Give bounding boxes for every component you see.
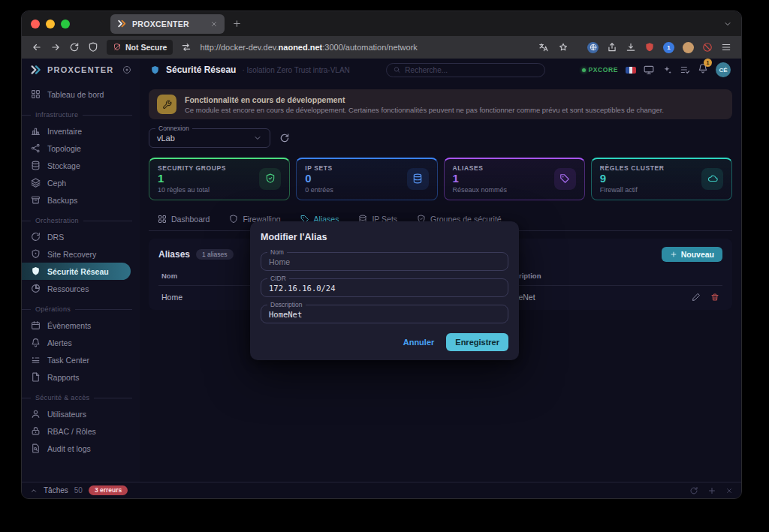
save-button[interactable]: Enregistrer [446,333,508,351]
sidebar-item-rapports[interactable]: Rapports [22,368,140,386]
delete-alias-icon[interactable] [710,293,719,302]
url-prefix: http://docker-dev.dev. [200,43,278,52]
dev-warning-banner: Fonctionnalité en cours de développement… [149,89,732,119]
sidebar-nav: Tableau de bord Infrastructure Inventair… [22,81,140,482]
tab-list-chevron-icon[interactable] [723,20,732,29]
extension-adblock-shield-icon[interactable] [644,42,655,53]
tab-title: PROXCENTER [132,20,205,29]
tracking-protection-icon[interactable] [88,42,98,53]
shield-icon [229,215,238,224]
tab-close-icon[interactable] [210,20,218,28]
tasks-expand-icon[interactable] [30,487,38,494]
sidebar-item-tableau-de-bord[interactable]: Tableau de bord [22,86,140,103]
connection-value: vLab [157,134,175,143]
not-secure-badge[interactable]: Not Secure [107,40,173,55]
browser-tab[interactable]: PROXCENTER [110,14,225,34]
chevron-down-icon [253,134,262,143]
calendar-icon [31,320,41,330]
sidebar-section-orchestration: Orchestration [22,217,140,224]
stat-sub: Réseaux nommés [453,186,508,194]
tasks-close-icon[interactable] [725,487,733,494]
sidebar-item-audit-logs[interactable]: Audit et logs [22,440,140,457]
browser-window: PROXCENTER Not Secure http://docker-dev.… [21,11,742,499]
minimize-window-button[interactable] [46,20,55,29]
sidebar-item-ressources[interactable]: Ressources [22,280,140,297]
sidebar-item-evenements[interactable]: Évènements [22,317,140,334]
stat-label: ALIASES [453,164,508,172]
sidebar-item-stockage[interactable]: Stockage [22,157,140,174]
sidebar-item-label: RBAC / Rôles [47,427,96,436]
translate-icon[interactable] [538,42,549,53]
bookmark-star-icon[interactable] [558,42,568,53]
global-search[interactable] [386,63,545,77]
browser-menu-icon[interactable] [721,42,731,53]
sidebar-item-alertes[interactable]: Alertes [22,334,140,351]
insecure-shield-icon [113,43,122,52]
sidebar-item-drs[interactable]: DRS [22,228,140,245]
modal-actions: Annuler Enregistrer [261,333,508,351]
task-queue-icon[interactable] [680,65,690,75]
url-text[interactable]: http://docker-dev.dev.naoned.net:3000/au… [200,43,417,52]
reload-button[interactable] [69,42,80,53]
extension-globe-icon[interactable] [587,42,599,53]
tasks-error-badge[interactable]: 3 erreurs [89,485,128,495]
sidebar-item-inventaire[interactable]: Inventaire [22,122,140,140]
extension-blocker-icon[interactable] [702,42,713,53]
assistant-sparkles-icon[interactable] [662,65,672,75]
tab-favicon-icon [117,19,127,29]
new-alias-button[interactable]: Nouveau [662,247,722,262]
storage-icon [31,161,41,170]
container-swap-icon[interactable] [181,42,191,53]
sidebar-item-task-center[interactable]: Task Center [22,351,140,368]
cancel-button[interactable]: Annuler [403,338,435,347]
share-icon[interactable] [607,42,617,53]
new-tab-button[interactable] [232,19,242,29]
notifications-button[interactable]: 1 [698,63,708,77]
sidebar-item-site-recovery[interactable]: Site Recovery [22,245,140,263]
close-window-button[interactable] [31,20,40,29]
user-avatar[interactable]: CÉ [716,62,731,77]
stat-card-ip-sets: IP SETS 0 0 entrées [296,158,437,200]
alias-description-cell: HomeNet [502,293,692,302]
audit-log-icon [31,443,41,453]
connection-select[interactable]: Connexion vLab [149,128,270,148]
stat-card-regles-cluster: RÈGLES CLUSTER 9 Firewall actif [591,158,732,200]
stat-label: SECURITY GROUPS [158,164,226,172]
alias-description-input[interactable] [269,310,500,319]
sidebar-item-utilisateurs[interactable]: Utilisateurs [22,405,140,422]
back-button[interactable] [32,42,42,53]
alias-cidr-input[interactable] [269,284,500,293]
sidebar-item-securite-reseau[interactable]: Sécurité Réseau [22,263,131,280]
sidebar-item-label: Ressources [47,284,89,293]
shield-star-icon [31,249,41,259]
forward-button[interactable] [50,42,61,53]
inventory-icon [31,126,41,136]
tasks-add-icon[interactable] [707,486,716,495]
extension-1password-icon[interactable]: 1 [663,42,674,53]
sidebar-item-rbac-roles[interactable]: RBAC / Rôles [22,422,140,440]
connection-refresh-button[interactable] [279,133,290,143]
tasks-refresh-icon[interactable] [689,486,698,495]
tab-dashboard[interactable]: Dashboard [149,210,219,230]
banner-text: Ce module est encore en cours de dévelop… [185,106,664,114]
bell-icon [31,338,41,347]
sidebar-item-backups[interactable]: Backups [22,191,140,209]
sidebar-item-ceph[interactable]: Ceph [22,174,140,191]
extension-avatar-icon[interactable] [683,42,694,53]
layers-icon [31,178,41,188]
sidebar-item-label: DRS [47,233,64,242]
sidebar-collapse-icon[interactable] [122,65,131,74]
lock-icon [31,426,41,436]
sidebar-item-topologie[interactable]: Topologie [22,140,140,157]
downloads-icon[interactable] [626,42,636,53]
search-input[interactable] [405,66,538,74]
console-icon[interactable] [644,65,654,75]
sidebar-item-label: Évènements [47,321,91,330]
header-actions: PXCORE 1 CÉ [582,62,731,77]
task-list-icon [31,355,41,365]
status-dot-icon [582,68,586,72]
stat-label: RÈGLES CLUSTER [600,164,665,172]
language-flag-icon[interactable] [626,67,636,74]
fullscreen-window-button[interactable] [61,20,70,29]
edit-alias-icon[interactable] [692,293,701,302]
